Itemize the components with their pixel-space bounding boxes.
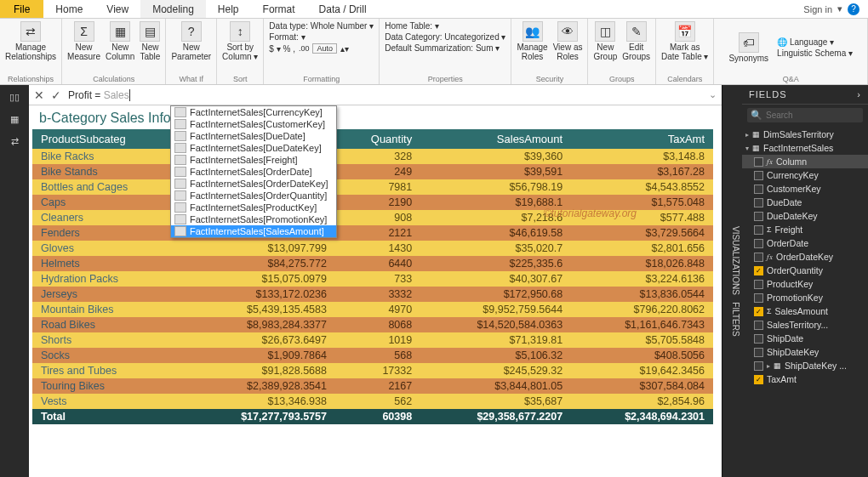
data-category-selector[interactable]: Data Category: Uncategorized ▾ (385, 32, 505, 42)
datatype-selector[interactable]: Data type: Whole Number ▾ (269, 21, 374, 31)
field-checkbox[interactable] (754, 185, 763, 194)
field-item[interactable]: SalesTerritory... (742, 318, 868, 332)
field-table[interactable]: ▾ ▦ FactInternetSales (742, 141, 868, 155)
intellisense-item[interactable]: FactInternetSales[CustomerKey] (171, 118, 336, 130)
field-checkbox[interactable]: ✓ (754, 307, 763, 316)
intellisense-dropdown[interactable]: FactInternetSales[CurrencyKey]FactIntern… (170, 105, 337, 238)
field-table[interactable]: ▸ ▦ DimSalesTerritory (742, 128, 868, 141)
model-view-icon[interactable]: ⇄ (6, 134, 23, 148)
edit-groups-button[interactable]: ✎Edit Groups (622, 21, 650, 61)
view-as-roles-button[interactable]: 👁View as Roles (553, 21, 583, 61)
sort-by-column-button[interactable]: ↕Sort by Column ▾ (222, 21, 258, 61)
new-measure-button[interactable]: ΣNew Measure (67, 21, 100, 61)
intellisense-item[interactable]: FactInternetSales[OrderQuantity] (171, 190, 336, 202)
formula-expand-icon[interactable]: ⌄ (709, 89, 717, 100)
decimal-places-input[interactable]: Auto (312, 43, 337, 54)
table-cell: $40,307.67 (420, 271, 571, 287)
table-row: Total$17,277,793.575760398$29,358,677.22… (32, 409, 713, 424)
formula-commit-icon[interactable]: ✓ (51, 88, 61, 102)
column-icon (174, 202, 186, 213)
field-item[interactable]: ▸▦ShipDateKey ... (742, 359, 868, 372)
field-checkbox[interactable] (754, 348, 763, 357)
sign-in-link[interactable]: Sign in▾ ? (795, 0, 868, 18)
field-checkbox[interactable] (754, 239, 763, 248)
field-item[interactable]: 𝑓𝑥OrderDateKey (742, 250, 868, 264)
table-cell: $2,348,694.2301 (571, 409, 713, 424)
tab-modeling[interactable]: Modeling (140, 0, 206, 18)
intellisense-item[interactable]: FactInternetSales[ProductKey] (171, 202, 336, 213)
field-item[interactable]: CustomerKey (742, 182, 868, 196)
tab-format[interactable]: Format (251, 0, 307, 18)
linguistic-schema-selector[interactable]: Linguistic Schema ▾ (777, 48, 853, 58)
field-checkbox[interactable] (754, 225, 763, 235)
field-item[interactable]: DueDate (742, 196, 868, 209)
field-item[interactable]: CurrencyKey (742, 168, 868, 182)
field-item[interactable]: DueDateKey (742, 209, 868, 223)
fields-search-input[interactable] (766, 111, 859, 120)
table-cell: $245,529.32 (420, 363, 571, 378)
language-selector[interactable]: 🌐 Language ▾ (777, 37, 853, 47)
intellisense-item[interactable]: FactInternetSales[OrderDate] (171, 166, 336, 178)
field-item[interactable]: ✓TaxAmt (742, 372, 868, 386)
new-table-button[interactable]: ▤New Table (140, 21, 160, 61)
field-checkbox[interactable] (754, 280, 763, 289)
field-item[interactable]: ShipDate (742, 332, 868, 345)
field-item[interactable]: 𝑓𝑥Column (742, 155, 868, 168)
field-checkbox[interactable] (754, 334, 763, 344)
field-item[interactable]: PromotionKey (742, 291, 868, 304)
home-table-selector[interactable]: Home Table: ▾ (385, 21, 505, 31)
new-column-button[interactable]: ▦New Column (106, 21, 134, 61)
visualizations-pane-tab[interactable]: VISUALIZATIONS FILTERS (722, 85, 742, 477)
intellisense-item[interactable]: FactInternetSales[DueDate] (171, 130, 336, 142)
new-group-button[interactable]: ◫New Group (593, 21, 617, 61)
data-view-icon[interactable]: ▦ (6, 112, 23, 126)
intellisense-item[interactable]: FactInternetSales[Freight] (171, 154, 336, 166)
field-checkbox[interactable] (754, 361, 763, 371)
field-checkbox[interactable] (754, 253, 763, 262)
format-selector[interactable]: Format: ▾ (269, 32, 374, 42)
default-summarization-selector[interactable]: Default Summarization: Sum ▾ (385, 43, 505, 53)
fields-search[interactable]: 🔍 (747, 108, 863, 122)
field-item[interactable]: ShipDateKey (742, 345, 868, 359)
intellisense-item[interactable]: FactInternetSales[PromotionKey] (171, 213, 336, 225)
field-checkbox[interactable]: ✓ (754, 266, 763, 275)
intellisense-item[interactable]: FactInternetSales[OrderDateKey] (171, 178, 336, 190)
report-view-icon[interactable]: ▯▯ (6, 90, 23, 104)
tab-file[interactable]: File (0, 0, 43, 18)
currency-format-button[interactable]: $ ▾ % , (269, 44, 295, 54)
field-checkbox[interactable] (754, 212, 763, 221)
sum-icon: Σ (767, 225, 772, 234)
tab-view[interactable]: View (94, 0, 140, 18)
formula-cancel-icon[interactable]: ✕ (34, 88, 44, 102)
field-item[interactable]: ✓OrderQuantity (742, 264, 868, 277)
field-checkbox[interactable] (754, 293, 763, 303)
field-item[interactable]: ProductKey (742, 277, 868, 291)
tab-datadrill[interactable]: Data / Drill (307, 0, 379, 18)
intellisense-item[interactable]: FactInternetSales[CurrencyKey] (171, 106, 336, 118)
new-parameter-button[interactable]: ?New Parameter (171, 21, 211, 61)
synonyms-button[interactable]: 🏷Synonyms (728, 32, 768, 63)
manage-roles-button[interactable]: 👥Manage Roles (517, 21, 547, 61)
help-icon[interactable]: ? (848, 3, 859, 15)
manage-relationships-button[interactable]: ⇄Manage Relationships (5, 21, 56, 61)
column-header[interactable]: ProductSubcateg (32, 129, 185, 149)
column-header[interactable]: SalesAmount (420, 129, 571, 149)
column-header[interactable]: Quantity (335, 129, 420, 149)
field-checkbox[interactable]: ✓ (754, 375, 763, 384)
field-checkbox[interactable] (754, 321, 763, 330)
intellisense-item[interactable]: FactInternetSales[SalesAmount] (171, 225, 336, 237)
field-item[interactable]: ΣFreight (742, 223, 868, 236)
field-checkbox[interactable] (754, 157, 763, 167)
table-cell: Shorts (32, 332, 185, 348)
tab-help[interactable]: Help (206, 0, 251, 18)
tab-home[interactable]: Home (43, 0, 94, 18)
field-item[interactable]: ✓ΣSalesAmount (742, 304, 868, 318)
intellisense-item[interactable]: FactInternetSales[DueDateKey] (171, 142, 336, 154)
field-item[interactable]: OrderDate (742, 236, 868, 250)
field-checkbox[interactable] (754, 198, 763, 207)
formula-input[interactable]: Profit = Sales (68, 89, 702, 101)
fields-expand-icon[interactable]: › (857, 89, 861, 99)
field-checkbox[interactable] (754, 171, 763, 180)
column-header[interactable]: TaxAmt (571, 129, 713, 149)
mark-as-date-table-button[interactable]: 📅Mark as Date Table ▾ (661, 21, 708, 61)
